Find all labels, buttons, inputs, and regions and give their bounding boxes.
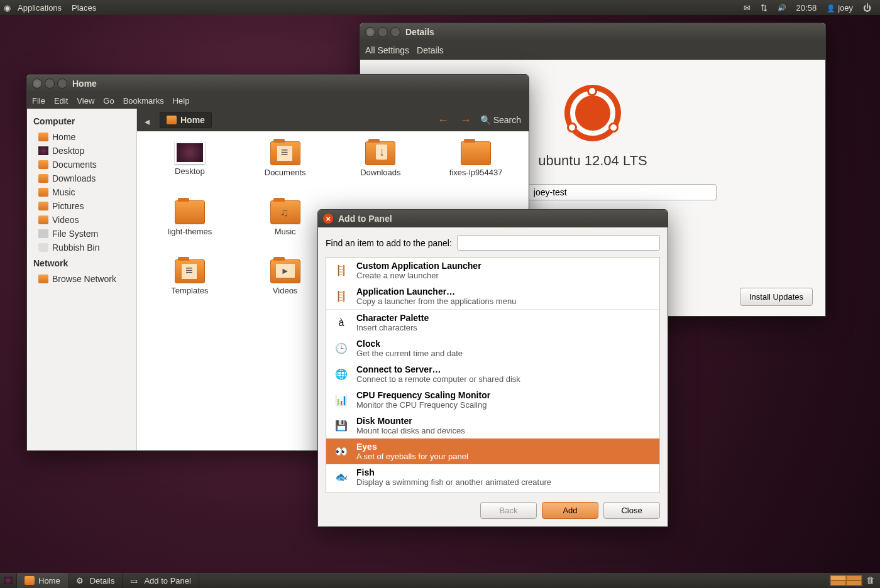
applet-list[interactable]: 🪜Custom Application LauncherCreate a new… <box>326 257 660 493</box>
show-desktop-button[interactable] <box>0 573 17 588</box>
sidebar-item-music[interactable]: Music <box>27 185 136 199</box>
trash-icon[interactable]: 🗑 <box>866 575 876 585</box>
file-label: Templates <box>171 286 208 295</box>
folder-icon <box>38 202 48 210</box>
close-button[interactable] <box>32 79 42 89</box>
sidebar-item-filesystem[interactable]: File System <box>27 227 136 241</box>
sidebar-item-label: Documents <box>52 160 97 170</box>
applet-item[interactable]: 🐟FishDisplay a swimming fish or another … <box>326 464 659 490</box>
session-menu-icon[interactable] <box>858 3 876 13</box>
sidebar-item-home[interactable]: Home <box>27 130 136 144</box>
close-button[interactable]: Close <box>603 502 660 519</box>
applet-title: CPU Frequency Scaling Monitor <box>356 390 490 400</box>
folder-icon <box>38 133 48 141</box>
sidebar-item-documents[interactable]: Documents <box>27 158 136 172</box>
nav-forward-icon[interactable]: → <box>458 114 474 127</box>
file-label: Music <box>275 227 296 236</box>
sidebar-item-pictures[interactable]: Pictures <box>27 199 136 213</box>
applet-item[interactable]: 💾Disk MounterMount local disks and devic… <box>326 413 659 438</box>
device-name-input[interactable] <box>528 184 717 200</box>
applet-icon: 🌐 <box>333 366 350 383</box>
sidebar-item-desktop[interactable]: Desktop <box>27 144 136 158</box>
install-updates-button[interactable]: Install Updates <box>740 288 813 306</box>
nav-back-icon[interactable]: ← <box>435 114 451 127</box>
applet-item[interactable]: 🪜Custom Application LauncherCreate a new… <box>326 258 659 283</box>
network-indicator-icon[interactable] <box>756 3 773 13</box>
applet-icon: à <box>333 314 350 332</box>
applet-item[interactable]: 📊CPU Frequency Scaling MonitorMonitor th… <box>326 387 659 413</box>
sidebar-item-browse-network[interactable]: Browse Network <box>27 272 136 286</box>
maximize-button[interactable] <box>390 27 400 37</box>
bottom-panel: Home ⚙Details ▭Add to Panel 🗑 <box>0 573 880 588</box>
folder-icon <box>270 141 300 165</box>
ubuntu-logo-icon[interactable] <box>4 3 13 12</box>
volume-indicator-icon[interactable] <box>773 4 791 12</box>
dialog-titlebar[interactable]: ✕ Add to Panel <box>318 210 668 227</box>
file-item-desktop[interactable]: Desktop <box>143 141 236 198</box>
file-item-templates[interactable]: Templates <box>143 259 236 316</box>
add-to-panel-dialog: ✕ Add to Panel Find an item to add to th… <box>317 209 668 527</box>
home-titlebar[interactable]: Home <box>27 75 529 92</box>
folder-icon <box>38 275 48 283</box>
sidebar-item-label: Home <box>52 132 75 142</box>
menu-bookmarks[interactable]: Bookmarks <box>123 96 164 106</box>
task-add-to-panel[interactable]: ▭Add to Panel <box>123 573 199 588</box>
sidebar-item-label: Browse Network <box>52 274 116 284</box>
task-home[interactable]: Home <box>17 573 69 588</box>
sidebar-item-videos[interactable]: Videos <box>27 213 136 227</box>
sidebar-item-downloads[interactable]: Downloads <box>27 172 136 185</box>
sidebar-collapse-icon[interactable]: ◂ <box>145 116 153 124</box>
search-label: Search <box>493 115 521 125</box>
task-details[interactable]: ⚙Details <box>69 573 123 588</box>
applet-icon: 💾 <box>333 417 350 435</box>
sidebar-item-label: Desktop <box>52 146 84 156</box>
folder-icon <box>270 259 300 283</box>
back-button[interactable]: Back <box>480 502 537 519</box>
places-menu[interactable]: Places <box>67 3 101 13</box>
add-button[interactable]: Add <box>542 502 598 519</box>
menu-edit[interactable]: Edit <box>54 96 68 106</box>
minimize-button[interactable] <box>45 79 55 89</box>
applet-item[interactable]: 🕒ClockGet the current time and date <box>326 335 659 361</box>
close-button[interactable] <box>365 27 375 37</box>
applet-item[interactable]: 🌐Connect to Server…Connect to a remote c… <box>326 361 659 387</box>
folder-icon <box>38 188 48 197</box>
close-icon[interactable]: ✕ <box>323 214 333 224</box>
mail-indicator-icon[interactable] <box>739 3 756 13</box>
menu-help[interactable]: Help <box>173 96 190 106</box>
user-menu[interactable]: joey <box>822 3 858 13</box>
applications-menu[interactable]: Applications <box>13 3 67 13</box>
applet-icon: 🕒 <box>333 340 350 357</box>
details-titlebar[interactable]: Details <box>360 23 825 41</box>
applet-desc: Insert characters <box>356 323 429 332</box>
desktop-thumb-icon <box>175 141 205 164</box>
find-input[interactable] <box>457 235 660 251</box>
applet-title: Fish <box>356 467 551 477</box>
maximize-button[interactable] <box>57 79 67 89</box>
file-item-downloads[interactable]: Downloads <box>334 141 427 198</box>
applet-item[interactable]: 🪜Application Launcher…Copy a launcher fr… <box>326 283 659 310</box>
file-label: fixes-lp954437 <box>449 168 503 177</box>
sidebar-item-trash[interactable]: Rubbish Bin <box>27 241 136 254</box>
show-desktop-icon <box>4 577 13 584</box>
menu-view[interactable]: View <box>77 96 94 106</box>
file-item-documents[interactable]: Documents <box>239 141 332 198</box>
clock-indicator[interactable]: 20:58 <box>791 3 822 13</box>
user-icon <box>827 3 835 13</box>
all-settings-link[interactable]: All Settings <box>365 43 409 58</box>
ubuntu-circle-logo-icon <box>564 85 621 141</box>
minimize-button[interactable] <box>378 27 388 37</box>
menu-file[interactable]: File <box>32 96 45 106</box>
applet-title: Application Launcher… <box>356 286 516 297</box>
workspace-switcher[interactable] <box>830 575 862 586</box>
applet-item[interactable]: àCharacter PaletteInsert characters <box>326 310 659 335</box>
path-button-home[interactable]: Home <box>160 112 212 128</box>
applet-item[interactable]: ⛔Force Quit <box>326 490 659 493</box>
search-button[interactable]: 🔍Search <box>480 115 521 125</box>
menu-go[interactable]: Go <box>103 96 114 106</box>
file-item-fixes[interactable]: fixes-lp954437 <box>429 141 522 198</box>
task-label: Details <box>90 576 115 585</box>
file-item-light-themes[interactable]: light-themes <box>143 200 236 257</box>
applet-item[interactable]: 👀EyesA set of eyeballs for your panel <box>326 438 659 464</box>
top-panel: Applications Places 20:58 joey <box>0 0 880 15</box>
